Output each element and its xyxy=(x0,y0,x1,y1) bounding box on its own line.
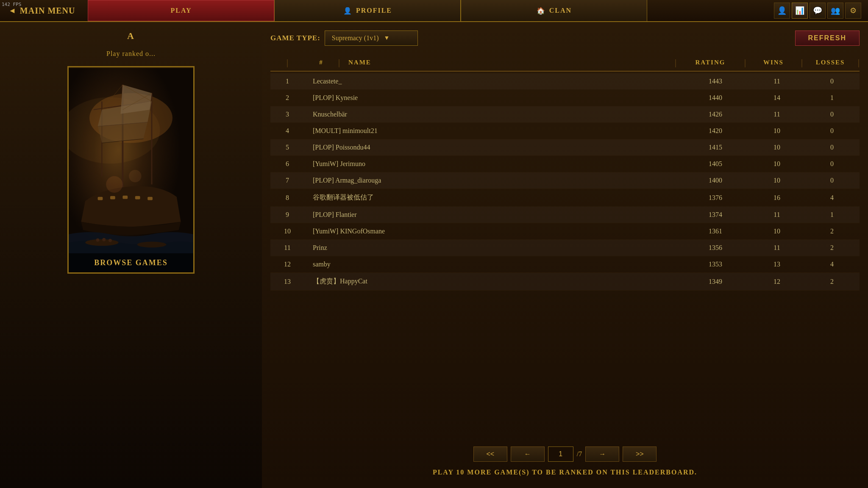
rank-cell: 7 xyxy=(270,177,304,184)
name-cell: [MOULT] minimoult21 xyxy=(304,127,682,135)
page-number-input[interactable] xyxy=(548,446,573,462)
name-cell: [PLOP] Poissondu44 xyxy=(304,144,682,151)
wins-cell: 10 xyxy=(749,177,804,184)
name-cell: 谷歌翻译器被低估了 xyxy=(304,193,682,202)
rating-cell: 1415 xyxy=(682,144,749,151)
losses-cell: 2 xyxy=(804,244,860,252)
rank-cell: 2 xyxy=(270,94,304,102)
losses-cell: 0 xyxy=(804,177,860,184)
group-icon-button[interactable]: 👥 xyxy=(827,3,843,19)
fps-counter: 142 FPS xyxy=(2,2,21,7)
svg-point-19 xyxy=(137,242,167,248)
table-row[interactable]: 1 Lecastete_ 1443 11 0 xyxy=(270,73,860,90)
name-cell: Prinz xyxy=(304,244,682,252)
rating-cell: 1405 xyxy=(682,160,749,168)
name-cell: [YumiW] KINGofOsmane xyxy=(304,227,682,235)
name-col-header: Name xyxy=(340,59,675,66)
svg-point-24 xyxy=(129,170,141,182)
table-row[interactable]: 11 Prinz 1356 11 2 xyxy=(270,240,860,256)
rank-cell: 3 xyxy=(270,111,304,118)
profile-icon: 👤 xyxy=(343,7,353,15)
next-page-button[interactable]: → xyxy=(585,446,619,462)
game-type-value: Supremacy (1v1) xyxy=(332,34,379,42)
wins-cell: 11 xyxy=(749,111,804,118)
rating-cell: 1420 xyxy=(682,127,749,135)
table-row[interactable]: 12 samby 1353 13 4 xyxy=(270,256,860,273)
leaderboard-header: Game Type: Supremacy (1v1) ▼ Refresh xyxy=(270,30,860,46)
losses-cell: 4 xyxy=(804,261,860,268)
first-page-button[interactable]: << xyxy=(473,446,507,462)
tab-profile[interactable]: 👤 Profile xyxy=(274,0,461,21)
svg-rect-14 xyxy=(110,196,115,200)
ship-artwork xyxy=(69,67,193,272)
rating-cell: 1361 xyxy=(682,227,749,235)
table-row[interactable]: 10 [YumiW] KINGofOsmane 1361 10 2 xyxy=(270,223,860,240)
losses-cell: 0 xyxy=(804,160,860,168)
sep5: | xyxy=(858,58,860,67)
left-panel: A Play ranked o... xyxy=(0,22,262,488)
rank-cell: 10 xyxy=(270,227,304,235)
rating-cell: 1353 xyxy=(682,261,749,268)
left-panel-title: A xyxy=(0,22,262,50)
svg-point-21 xyxy=(102,238,106,241)
table-row[interactable]: 3 Knuschelbär 1426 11 0 xyxy=(270,106,860,123)
rank-cell: 4 xyxy=(270,127,304,135)
refresh-button[interactable]: Refresh xyxy=(795,30,860,46)
svg-rect-16 xyxy=(135,196,140,200)
wins-cell: 13 xyxy=(749,261,804,268)
table-row[interactable]: 2 [PLOP] Kynesie 1440 14 1 xyxy=(270,90,860,106)
table-row[interactable]: 6 [YumiW] Jerimuno 1405 10 0 xyxy=(270,156,860,172)
person-icon-button[interactable]: 👤 xyxy=(774,3,790,19)
rating-cell: 1349 xyxy=(682,278,749,286)
rating-cell: 1356 xyxy=(682,244,749,252)
gear-icon-button[interactable]: ⚙ xyxy=(845,3,861,19)
rank-cell: 6 xyxy=(270,160,304,168)
browse-games-card[interactable]: Browse Games xyxy=(67,66,195,274)
table-row[interactable]: 8 谷歌翻译器被低估了 1376 16 4 xyxy=(270,189,860,207)
last-page-button[interactable]: >> xyxy=(623,446,657,462)
rank-cell: 8 xyxy=(270,194,304,202)
dropdown-arrow-icon: ▼ xyxy=(384,35,389,42)
losses-cell: 2 xyxy=(804,227,860,235)
wins-cell: 16 xyxy=(749,194,804,202)
nav-icon-group: 👤 📊 💬 👥 ⚙ xyxy=(767,0,868,21)
prev-page-button[interactable]: ← xyxy=(511,446,545,462)
svg-point-22 xyxy=(108,239,112,242)
svg-rect-13 xyxy=(98,197,103,200)
rank-col-header: # xyxy=(304,59,338,66)
rating-cell: 1440 xyxy=(682,94,749,102)
game-type-selector: Game Type: Supremacy (1v1) ▼ xyxy=(270,30,418,46)
chart-icon-button[interactable]: 📊 xyxy=(792,3,808,19)
table-row[interactable]: 7 [PLOP] Armag_diarouga 1400 10 0 xyxy=(270,172,860,189)
tab-play-label: Play xyxy=(170,7,192,14)
chat-icon-button[interactable]: 💬 xyxy=(810,3,826,19)
name-cell: Knuschelbär xyxy=(304,111,682,118)
losses-cell: 2 xyxy=(804,278,860,286)
tab-play[interactable]: Play xyxy=(88,0,274,21)
tab-clan[interactable]: 🏠 Clan xyxy=(461,0,647,21)
table-row[interactable]: 13 【虎贲】HappyCat 1349 12 2 xyxy=(270,273,860,291)
losses-cell: 0 xyxy=(804,111,860,118)
table-row[interactable]: 5 [PLOP] Poissondu44 1415 10 0 xyxy=(270,139,860,156)
losses-col-header: Losses xyxy=(803,59,858,66)
table-row[interactable]: 9 [PLOP] Flantier 1374 11 1 xyxy=(270,207,860,223)
wins-col-header: Wins xyxy=(746,59,801,66)
wins-cell: 10 xyxy=(749,160,804,168)
name-cell: 【虎贲】HappyCat xyxy=(304,277,682,286)
table-row[interactable]: 4 [MOULT] minimoult21 1420 10 0 xyxy=(270,123,860,139)
name-cell: [PLOP] Flantier xyxy=(304,211,682,219)
pagination: << ← /7 → >> xyxy=(270,440,860,465)
rank-cell: 1 xyxy=(270,78,304,85)
play-ranked-subtitle: Play ranked o... xyxy=(0,50,262,62)
rating-cell: 1376 xyxy=(682,194,749,202)
ranked-message: Play 10 more game(s) to be ranked on thi… xyxy=(270,465,860,480)
nav-tabs: Play 👤 Profile 🏠 Clan xyxy=(88,0,767,21)
name-cell: [PLOP] Kynesie xyxy=(304,94,682,102)
svg-point-23 xyxy=(106,176,122,193)
browse-games-label: Browse Games xyxy=(69,253,193,272)
game-type-dropdown[interactable]: Supremacy (1v1) ▼ xyxy=(325,30,418,46)
name-cell: [PLOP] Armag_diarouga xyxy=(304,177,682,184)
losses-cell: 4 xyxy=(804,194,860,202)
table-rows: 1 Lecastete_ 1443 11 0 2 [PLOP] Kynesie … xyxy=(270,73,860,291)
tab-clan-label: Clan xyxy=(549,7,572,14)
